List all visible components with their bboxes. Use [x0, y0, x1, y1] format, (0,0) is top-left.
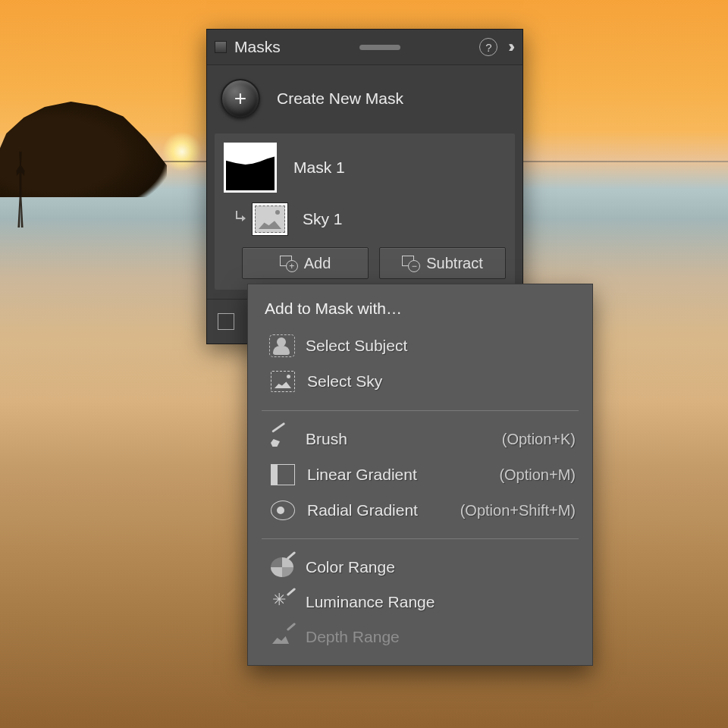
menu-item-shortcut: (Option+Shift+M)	[460, 502, 576, 519]
rock-silhouette	[0, 91, 167, 197]
menu-item-label: Color Range	[306, 558, 576, 576]
menu-title: Add to Mask with…	[248, 284, 592, 328]
menu-item-select-subject[interactable]: Select Subject	[248, 328, 592, 363]
menu-item-depth-range: Depth Range	[248, 620, 592, 654]
menu-separator	[262, 538, 579, 539]
mask-group: Mask 1 Sky 1 + Add − Subtract	[215, 133, 515, 290]
mask-thumbnail-icon[interactable]	[224, 143, 277, 193]
mask-action-buttons: + Add − Subtract	[221, 238, 509, 281]
add-to-mask-menu: Add to Mask with… Select Subject Select …	[247, 284, 593, 666]
depth-range-icon	[271, 627, 293, 647]
menu-item-linear-gradient[interactable]: Linear Gradient (Option+M)	[248, 457, 592, 493]
menu-item-radial-gradient[interactable]: Radial Gradient (Option+Shift+M)	[248, 493, 592, 528]
component-thumbnail-icon[interactable]	[253, 203, 287, 235]
menu-item-label: Depth Range	[306, 628, 576, 646]
menu-separator	[262, 410, 579, 411]
radial-gradient-icon	[271, 500, 295, 520]
luminance-range-icon	[271, 592, 293, 612]
add-mask-icon: +	[280, 256, 297, 271]
menu-item-shortcut: (Option+K)	[502, 431, 576, 448]
menu-item-label: Select Subject	[306, 337, 576, 355]
menu-item-label: Luminance Range	[306, 593, 576, 611]
mask-component-row[interactable]: Sky 1	[221, 197, 509, 238]
menu-item-brush[interactable]: Brush (Option+K)	[248, 422, 592, 457]
menu-item-luminance-range[interactable]: Luminance Range	[248, 585, 592, 620]
child-arrow-icon	[233, 212, 246, 226]
subtract-button[interactable]: − Subtract	[379, 247, 506, 279]
subtract-button-label: Subtract	[426, 255, 482, 272]
menu-item-label: Radial Gradient	[307, 501, 460, 519]
menu-item-select-sky[interactable]: Select Sky	[248, 363, 592, 400]
color-range-icon	[271, 557, 293, 577]
create-new-mask-row[interactable]: + Create New Mask	[207, 65, 522, 133]
dock-icon[interactable]	[215, 41, 227, 53]
linear-gradient-icon	[271, 464, 295, 485]
subtract-mask-icon: −	[402, 256, 419, 271]
collapse-icon[interactable]: ››	[508, 37, 510, 57]
select-sky-icon	[271, 371, 295, 392]
help-icon[interactable]: ?	[479, 38, 497, 56]
add-button-label: Add	[304, 255, 331, 272]
create-new-mask-label: Create New Mask	[277, 89, 403, 108]
menu-item-color-range[interactable]: Color Range	[248, 550, 592, 585]
mask-name-label: Mask 1	[293, 158, 345, 177]
menu-item-label: Select Sky	[307, 372, 576, 391]
brush-icon	[271, 429, 293, 449]
panel-header[interactable]: Masks ? ››	[207, 30, 522, 65]
drag-handle-icon[interactable]	[359, 45, 400, 50]
panel-title: Masks	[234, 38, 281, 56]
add-button[interactable]: + Add	[242, 247, 369, 279]
component-name-label: Sky 1	[303, 210, 343, 228]
menu-item-shortcut: (Option+M)	[499, 466, 576, 484]
plus-icon[interactable]: +	[221, 79, 260, 118]
footer-checkbox[interactable]	[218, 313, 234, 330]
menu-item-label: Linear Gradient	[307, 466, 499, 484]
mask-row[interactable]: Mask 1	[221, 140, 509, 197]
background-photo: Masks ? ›› + Create New Mask Mask 1 Sky …	[0, 0, 728, 728]
select-subject-icon	[271, 336, 293, 356]
menu-item-label: Brush	[306, 430, 502, 448]
